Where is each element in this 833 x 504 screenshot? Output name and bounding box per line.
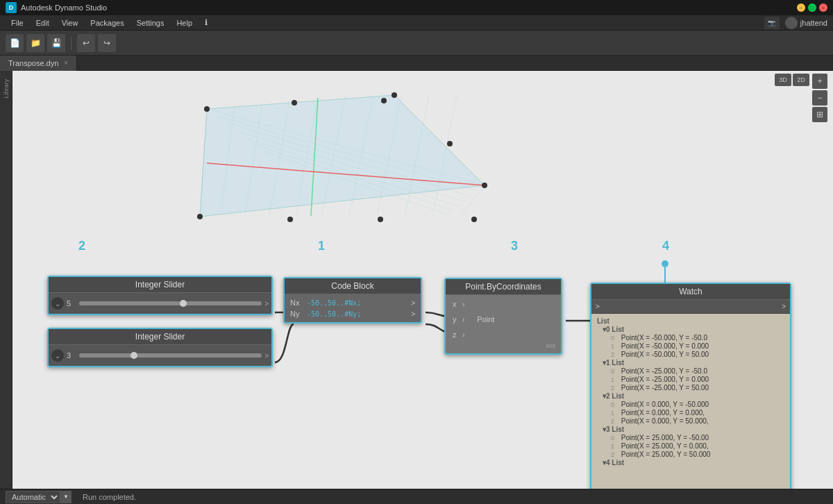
maximize-button[interactable]: □	[808, 3, 816, 12]
slider-2-expand-btn[interactable]: ⌄	[51, 349, 64, 362]
integer-slider-1-title: Integer Slider	[135, 280, 185, 289]
integer-slider-2-row: ⌄ 3 >	[51, 349, 269, 362]
camera-icon-btn[interactable]: 📷	[764, 17, 780, 29]
slider-2-output-port[interactable]: >	[264, 352, 269, 360]
code-port-nx[interactable]: >	[411, 299, 415, 307]
watch-title: Watch	[679, 287, 702, 296]
watch-output-port[interactable]: >	[782, 303, 786, 310]
zoom-in-button[interactable]: +	[812, 74, 827, 89]
point-body: x › y › z › Point xxx	[446, 295, 561, 353]
slider-1-expand-btn[interactable]: ⌄	[51, 297, 64, 310]
watch-index-3-0: 0	[611, 435, 618, 442]
point-header: Point.ByCoordinates	[446, 279, 561, 295]
code-value-nx: -50..50..#Nx;	[307, 299, 361, 307]
save-button[interactable]: 💾	[47, 34, 65, 52]
watch-input-port[interactable]: >	[596, 303, 600, 310]
tab-label: Transpose.dyn	[8, 59, 58, 67]
watch-header: Watch	[591, 284, 790, 300]
run-mode-select[interactable]: Automatic	[6, 491, 60, 503]
watch-value-2-0: Point(X = 0.000, Y = -50.000	[621, 401, 709, 408]
menu-help[interactable]: Help	[171, 17, 198, 28]
3d-view-toggle[interactable]: 3D	[775, 74, 791, 86]
point-output-label: Point	[477, 315, 494, 324]
svg-line-16	[405, 95, 429, 217]
app-title: Autodesk Dynamo Studio	[21, 3, 107, 12]
watch-group-3-label: ▾3 List	[603, 426, 624, 433]
undo-button[interactable]: ↩	[77, 34, 95, 52]
open-file-button[interactable]: 📁	[26, 34, 44, 52]
svg-point-22	[392, 92, 397, 98]
tab-close-button[interactable]: ×	[64, 59, 68, 67]
watch-index-1-0: 0	[611, 368, 618, 375]
svg-line-9	[221, 106, 235, 215]
watch-index-3-2: 2	[611, 451, 618, 458]
run-mode-dropdown[interactable]: ▼	[60, 491, 71, 503]
watch-value-3-1: Point(X = 25.000, Y = 0.000,	[621, 442, 709, 450]
canvas[interactable]: 2 1 3 4 Integer Slider ⌄ 5 >	[12, 71, 833, 489]
run-mode: Automatic ▼	[6, 491, 71, 503]
svg-point-27	[447, 141, 453, 146]
watch-input-row: > >	[591, 300, 790, 314]
menu-view[interactable]: View	[56, 17, 84, 28]
watch-item-2-1: 1 Point(X = 0.000, Y = 0.000,	[611, 409, 784, 417]
menubar: File Edit View Packages Settings Help ℹ …	[0, 15, 833, 31]
watch-value-1-1: Point(X = -25.000, Y = 0.000	[621, 376, 709, 383]
menu-settings[interactable]: Settings	[131, 17, 170, 28]
svg-point-28	[287, 217, 293, 222]
watch-item-1-0: 0 Point(X = -25.000, Y = -50.0	[611, 367, 784, 375]
svg-point-32	[662, 260, 668, 267]
watch-index-3-1: 1	[611, 443, 618, 450]
integer-slider-1-node: Integer Slider ⌄ 5 >	[47, 276, 273, 315]
point-x-row: x ›	[448, 298, 469, 310]
watch-item-3-0: 0 Point(X = 25.000, Y = -50.00	[611, 434, 784, 442]
app-logo: D	[6, 2, 17, 13]
watch-index-1-1: 1	[611, 376, 618, 383]
zoom-out-button[interactable]: −	[812, 90, 827, 106]
info-icon[interactable]: ℹ	[199, 17, 213, 28]
integer-slider-2-node: Integer Slider ⌄ 3 >	[47, 328, 273, 367]
point-y-port[interactable]: ›	[462, 316, 464, 324]
tabbar: Transpose.dyn ×	[0, 56, 833, 71]
minimize-button[interactable]: −	[797, 3, 805, 12]
svg-line-10	[245, 102, 262, 215]
toolbar: 📄 📁 💾 ↩ ↪	[0, 31, 833, 56]
svg-line-11	[269, 100, 290, 215]
slider-2-track[interactable]	[79, 353, 262, 358]
redo-button[interactable]: ↪	[98, 34, 116, 52]
svg-line-18	[460, 185, 485, 217]
toolbar-separator	[71, 36, 71, 50]
code-block-header: Code Block	[285, 278, 421, 294]
point-z-port[interactable]: ›	[462, 331, 464, 339]
close-button[interactable]: ×	[819, 3, 827, 12]
active-tab[interactable]: Transpose.dyn ×	[0, 56, 77, 71]
watch-index-0-2: 2	[611, 351, 618, 358]
slider-2-thumb[interactable]	[131, 352, 137, 359]
code-block-row-2: Ny -50..50..#Ny; >	[287, 308, 418, 319]
code-label-nx: Nx	[290, 299, 304, 307]
2d-view-toggle[interactable]: 2D	[793, 74, 809, 86]
watch-group-2-label: ▾2 List	[603, 392, 624, 400]
code-port-ny[interactable]: >	[411, 310, 415, 318]
watch-list-item-3: ▾2 List	[603, 392, 784, 400]
svg-point-25	[292, 100, 297, 106]
watch-index-2-2: 2	[611, 418, 618, 425]
watch-list-item-4: ▾3 List	[603, 426, 784, 433]
svg-line-14	[349, 96, 373, 216]
slider-1-thumb[interactable]	[180, 300, 187, 307]
svg-point-23	[482, 183, 487, 188]
user-info: jhattend	[785, 17, 827, 29]
svg-line-2	[217, 116, 478, 191]
menu-packages[interactable]: Packages	[85, 17, 129, 28]
new-file-button[interactable]: 📄	[6, 34, 24, 52]
watch-value-2-1: Point(X = 0.000, Y = 0.000,	[621, 409, 705, 417]
point-x-port[interactable]: ›	[462, 301, 464, 308]
svg-marker-0	[200, 95, 485, 217]
integer-slider-1-row: ⌄ 5 >	[51, 297, 269, 310]
fit-view-button[interactable]: ⊞	[812, 107, 827, 122]
menu-edit[interactable]: Edit	[31, 17, 55, 28]
menu-file[interactable]: File	[6, 17, 29, 28]
slider-1-track[interactable]	[79, 301, 262, 305]
svg-line-12	[296, 98, 318, 216]
code-block-title: Code Block	[331, 281, 373, 291]
slider-1-output-port[interactable]: >	[264, 300, 269, 308]
